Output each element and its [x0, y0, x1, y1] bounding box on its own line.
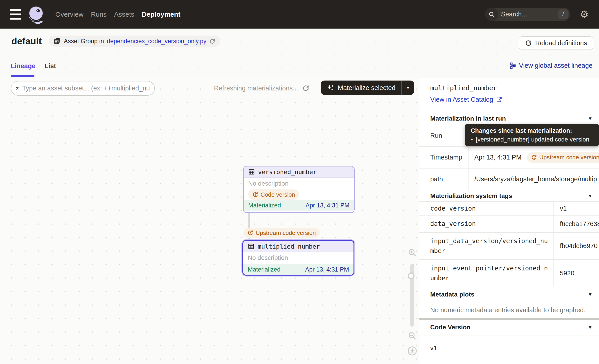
search-shortcut-badge: / [558, 9, 568, 19]
settings-gear-icon[interactable]: ⚙ [580, 9, 589, 19]
asset-group-badge: Asset Group in dependencies_code_version… [49, 35, 220, 47]
path-link[interactable]: /Users/sryza/dagster_home/storage/multip [474, 175, 597, 183]
asset-group-file-link[interactable]: dependencies_code_version_only.py [107, 38, 206, 45]
code-version-value: v1 [419, 335, 599, 361]
zoom-out-button[interactable] [408, 331, 417, 340]
menu-icon[interactable] [10, 9, 21, 20]
materialized-timestamp: Apr 13, 4:31 PM [306, 202, 349, 209]
tooltip-title: Changes since last materialization: [471, 127, 593, 134]
changes-tooltip: Changes since last materialization: • [v… [465, 124, 599, 146]
sparkle-icon [326, 84, 335, 92]
reload-definitions-button[interactable]: Reload definitions [519, 36, 593, 50]
external-link-icon [496, 96, 502, 103]
timestamp-label: Timestamp [419, 147, 469, 168]
timestamp-row: Timestamp Apr 13, 4:31 PM Upstream code … [419, 146, 599, 168]
search-input[interactable]: Search... / [485, 8, 570, 21]
nav-item-runs[interactable]: Runs [91, 11, 107, 18]
chevron-down-icon[interactable]: ▼ [588, 292, 592, 297]
refresh-icon[interactable] [302, 85, 309, 92]
view-global-asset-lineage-label: View global asset lineage [519, 62, 592, 69]
reload-definitions-label: Reload definitions [535, 39, 587, 47]
upstream-code-version-tag: Upstream code version [527, 152, 599, 163]
asset-node-description: No description [244, 178, 354, 187]
code-version-changed-icon [247, 230, 253, 236]
asset-node-description: No description [243, 252, 353, 264]
lineage-icon [509, 62, 516, 69]
materialize-dropdown-button[interactable]: ▾ [402, 80, 414, 95]
code-version-tag: Code version [248, 190, 299, 200]
section-materialization-in-last-run[interactable]: Materialization in last run ▼ [419, 112, 599, 125]
tab-list[interactable]: List [44, 62, 56, 70]
view-in-asset-catalog-link[interactable]: View in Asset Catalog [430, 96, 502, 103]
zoom-in-button[interactable] [408, 248, 417, 257]
materialized-timestamp: Apr 13, 4:31 PM [305, 266, 349, 273]
zoom-slider[interactable] [410, 264, 414, 327]
refreshing-status: Refreshing materializations... [214, 82, 309, 94]
bullet-glyph: • [471, 136, 473, 143]
reload-icon [525, 40, 532, 47]
asset-node-multiplied-number[interactable]: multiplied_number No description Materia… [241, 239, 355, 277]
tooltip-bullet-text: [versioned_number] updated code version [476, 136, 589, 143]
timestamp-value: Apr 13, 4:31 PM [474, 154, 522, 161]
tab-lineage[interactable]: Lineage [11, 62, 35, 70]
materialized-status: Materialized [248, 266, 281, 273]
section-config[interactable]: Config [419, 361, 599, 364]
section-metadata-plots[interactable]: Metadata plots ▼ [419, 287, 599, 302]
dagster-app: Overview Runs Assets Deployment Search..… [0, 0, 599, 364]
asset-node-name: versioned_number [258, 168, 317, 175]
asset-node-name: multiplied_number [258, 243, 320, 250]
asset-details-panel: multiplied_number View in Asset Catalog … [419, 78, 599, 364]
top-nav: Overview Runs Assets Deployment Search..… [0, 0, 599, 29]
code-version-changed-icon [531, 154, 537, 160]
section-code-version[interactable]: Code Version ▼ [419, 320, 599, 335]
chevron-down-icon[interactable]: ▼ [588, 325, 592, 330]
nav-item-assets[interactable]: Assets [114, 11, 134, 18]
asset-subset-placeholder: Type an asset subset... (ex: ++multiplie… [22, 85, 150, 92]
download-image-button[interactable] [407, 346, 417, 356]
metadata-plots-empty-message: No numeric metadata entries available to… [419, 302, 599, 318]
table-icon [248, 243, 255, 250]
tab-active-indicator [11, 75, 35, 77]
page-header: default Asset Group in dependencies_code… [0, 29, 599, 78]
page-title: default [11, 36, 42, 47]
system-tag-row: data_version f6ccba177638 [419, 215, 599, 232]
nav-item-overview[interactable]: Overview [55, 11, 83, 18]
system-tag-row: code_version v1 [419, 201, 599, 215]
graph-filter-icon [16, 85, 19, 92]
system-tag-row: input_event_pointer/versioned_number 592… [419, 259, 599, 287]
panel-asset-title: multiplied_number [430, 84, 599, 92]
asset-group-label: Asset Group in [64, 38, 104, 45]
section-materialization-system-tags[interactable]: Materialization system tags ▼ [419, 190, 599, 201]
dagster-logo-icon[interactable] [26, 5, 45, 24]
path-row: path /Users/sryza/dagster_home/storage/m… [419, 168, 599, 190]
view-global-asset-lineage-link[interactable]: View global asset lineage [509, 62, 592, 69]
system-tag-row: input_data_version/versioned_number fb04… [419, 232, 599, 259]
materialize-selected-label: Materialize selected [338, 84, 395, 92]
chevron-down-icon[interactable]: ▼ [588, 193, 592, 199]
tabs: Lineage List [11, 62, 56, 70]
search-icon [485, 8, 498, 21]
chevron-down-icon[interactable]: ▼ [588, 116, 592, 121]
table-icon [248, 168, 255, 175]
materialize-selected-button[interactable]: Materialize selected ▾ [321, 80, 414, 95]
asset-graph-canvas[interactable]: Type an asset subset... (ex: ++multiplie… [0, 78, 419, 364]
code-version-changed-icon [252, 192, 258, 198]
section-divider [419, 318, 599, 320]
asset-node-versioned-number[interactable]: versioned_number No description Code ver… [243, 166, 355, 213]
path-label: path [419, 168, 469, 190]
refreshing-label: Refreshing materializations... [214, 85, 298, 92]
asset-subset-input[interactable]: Type an asset subset... (ex: ++multiplie… [11, 81, 155, 95]
run-label: Run [419, 125, 469, 146]
search-placeholder: Search... [501, 11, 558, 18]
materialized-status: Materialized [248, 202, 281, 209]
nav-items: Overview Runs Assets Deployment [55, 11, 180, 18]
nav-item-deployment[interactable]: Deployment [142, 11, 180, 18]
refresh-icon[interactable] [209, 38, 215, 44]
upstream-code-version-edge-tag: Upstream code version [243, 228, 320, 238]
zoom-slider-knob[interactable] [408, 272, 414, 279]
asset-group-icon [53, 38, 61, 45]
